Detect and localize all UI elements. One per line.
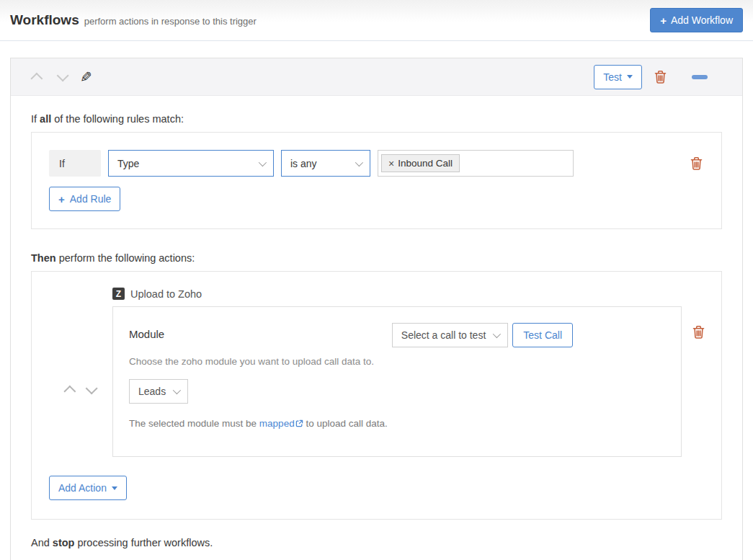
workflow-card-actions: Test [594,65,721,89]
add-workflow-label: Add Workflow [671,14,733,26]
chevron-down-icon [86,382,98,394]
plus-icon: + [58,194,65,205]
tag-chip: × Inbound Call [381,154,460,172]
actions-intro: Then perform the following actions: [31,252,722,264]
chevron-down-icon [259,158,267,166]
tag-chip-label: Inbound Call [398,158,453,169]
module-select-value: Leads [138,386,166,397]
rule-if-label: If [49,150,101,177]
add-action-label: Add Action [58,482,107,494]
rule-operator-select[interactable]: is any [281,150,370,177]
chevron-down-icon [57,69,69,81]
rules-box: If Type is any × Inbound Call [31,132,722,229]
edit-workflow-button[interactable]: ✎ [79,68,94,86]
action-title-row: Z Upload to Zoho [112,288,682,300]
test-call-select-value: Select a call to test [401,329,486,341]
test-call-label: Test Call [523,329,562,341]
rule-operator-value: is any [290,158,317,169]
rule-field-select[interactable]: Type [108,150,274,177]
action-reorder-controls [49,288,112,457]
chevron-down-icon [355,158,363,166]
caret-down-icon [627,75,633,79]
workflow-card: ✎ Test If all of the following [10,58,743,560]
minus-icon [692,75,708,79]
module-select[interactable]: Leads [129,379,188,404]
delete-action-button[interactable] [691,324,706,341]
module-description: Choose the zoho module you want to uploa… [129,356,665,367]
test-call-button[interactable]: Test Call [512,323,573,347]
delete-workflow-button[interactable] [653,68,668,86]
zoho-icon: Z [112,288,125,300]
plus-icon: + [660,15,667,26]
collapse-workflow-button[interactable] [690,74,709,81]
actions-box: Z Upload to Zoho Module Select a call to… [31,271,722,520]
chevron-up-icon [30,72,43,84]
add-workflow-button[interactable]: + Add Workflow [650,8,743,32]
rules-intro-bold: all [40,113,51,125]
workflow-card-body: If all of the following rules match: If … [11,96,742,560]
rules-intro: If all of the following rules match: [31,113,722,125]
module-label: Module [129,323,164,340]
action-item: Z Upload to Zoho Module Select a call to… [49,288,704,457]
page-subtitle: perform actions in response to this trig… [84,16,257,27]
actions-intro-suffix: perform the following actions: [56,252,195,264]
trash-icon [690,156,703,171]
move-action-down-button[interactable] [84,322,96,457]
module-note: The selected module must be mapped to up… [129,418,665,429]
remove-tag-icon[interactable]: × [388,159,394,169]
action-trash-col [691,288,704,457]
workflow-card-header: ✎ Test [11,58,742,96]
test-controls: Select a call to test Test Call [392,323,573,347]
module-note-suffix: to upload call data. [303,418,388,429]
page-header: Workflows perform actions in response to… [0,0,753,41]
chevron-down-icon [493,330,501,338]
move-action-up-button[interactable] [66,322,77,457]
stop-suffix: processing further workflows. [74,537,213,548]
trash-icon [654,70,667,84]
stop-bold: stop [53,537,75,548]
pencil-icon: ✎ [80,70,92,84]
test-call-select[interactable]: Select a call to test [392,323,509,347]
module-note-prefix: The selected module must be [129,418,259,429]
rules-intro-prefix: If [31,113,40,125]
move-workflow-up-button[interactable] [32,71,44,83]
actions-intro-bold: Then [31,252,56,264]
stop-processing-line: And stop processing further workflows. [31,537,722,548]
caret-down-icon [112,486,117,490]
chevron-up-icon [63,385,76,397]
add-rule-button[interactable]: + Add Rule [49,187,120,211]
module-panel: Module Select a call to test Test Call [112,306,682,457]
mapped-link[interactable]: mapped [259,418,295,429]
test-workflow-button[interactable]: Test [594,65,642,89]
test-button-label: Test [603,71,622,83]
add-rule-label: Add Rule [70,193,112,205]
move-workflow-down-button[interactable] [55,71,67,83]
rule-values-input[interactable]: × Inbound Call [378,150,574,177]
module-panel-top: Module Select a call to test Test Call [129,323,665,347]
add-action-button[interactable]: Add Action [49,476,127,500]
stop-prefix: And [31,537,53,548]
delete-rule-button[interactable] [689,155,704,172]
action-main: Z Upload to Zoho Module Select a call to… [112,288,682,457]
rule-field-value: Type [117,158,139,169]
rule-row: If Type is any × Inbound Call [49,150,704,177]
trash-icon [692,325,705,339]
action-title: Upload to Zoho [130,288,202,300]
rules-intro-suffix: of the following rules match: [51,113,184,125]
external-link-icon [295,419,303,427]
chevron-down-icon [173,386,181,394]
page-title: Workflows [10,12,79,28]
